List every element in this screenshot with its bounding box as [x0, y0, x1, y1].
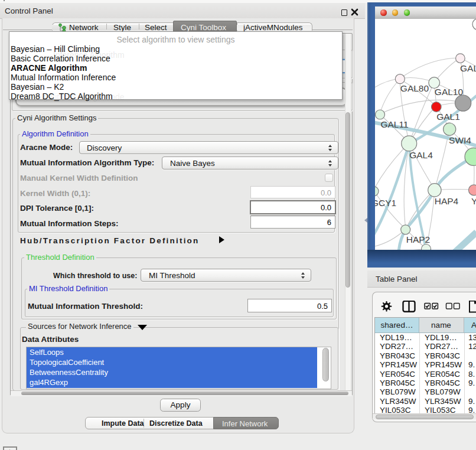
- svg-text:Y: Y: [471, 196, 476, 206]
- svg-text:HAP4: HAP4: [435, 196, 459, 206]
- svg-text:GAL11: GAL11: [380, 119, 408, 129]
- svg-text:SWI4: SWI4: [449, 135, 471, 145]
- svg-text:HAP2: HAP2: [406, 234, 431, 244]
- svg-text:GAL80: GAL80: [400, 83, 429, 93]
- svg-text:GCY1: GCY1: [375, 198, 396, 208]
- svg-text:GAL10: GAL10: [435, 87, 464, 97]
- svg-text:GAL7: GAL7: [460, 63, 476, 73]
- svg-text:GAL4: GAL4: [409, 150, 433, 160]
- svg-text:GAL1: GAL1: [436, 112, 460, 122]
